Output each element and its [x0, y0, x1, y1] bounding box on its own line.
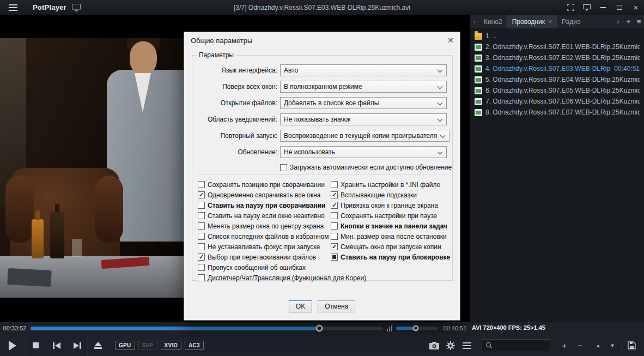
checkbox-row[interactable]: Ставить на паузу если окно неактивно	[198, 210, 331, 221]
codec-badge-gpu[interactable]: GPU	[115, 341, 135, 350]
field-dropdown[interactable]: Воспроизведение в текущей копии проигрыв…	[280, 130, 449, 142]
auto-update-checkbox-row[interactable]: Загружать автоматически если доступно об…	[280, 164, 452, 171]
checkbox[interactable]	[331, 233, 338, 240]
checkbox-row[interactable]: Кнопки в значке на панели задач	[331, 221, 450, 231]
fullscreen-button[interactable]	[562, 0, 579, 15]
checkbox-row[interactable]: Список последних файлов в избранном	[198, 231, 331, 242]
play-button[interactable]	[0, 334, 26, 356]
screenshot-button[interactable]	[426, 337, 442, 354]
main-menu-button[interactable]	[0, 0, 26, 15]
checkbox[interactable]	[331, 254, 338, 261]
playlist-item[interactable]: 7. Odnazhdy.v.Rossii.S07.E06.WEB-DLRip.2…	[470, 96, 644, 107]
playlist-item[interactable]: 6. Odnazhdy.v.Rossii.S07.E05.WEB-DLRip.2…	[470, 85, 644, 96]
playlist-item[interactable]: 4. Odnazhdy.v.Rossii.S07.E03.WEB-DLRip.2…	[470, 63, 644, 74]
eject-button[interactable]	[88, 334, 108, 356]
playlist-item[interactable]: 5. Odnazhdy.v.Rossii.S07.E04.WEB-DLRip.2…	[470, 74, 644, 85]
playlist-item[interactable]: 8. Odnazhdy.v.Rossii.S07.E07.WEB-DLRip.2…	[470, 107, 644, 118]
checkbox-auto-update[interactable]	[280, 164, 287, 171]
checkbox[interactable]	[331, 212, 338, 219]
checkbox-row[interactable]: ✓Выбор при перетаскивании файлов	[198, 252, 331, 262]
checkbox-row[interactable]: Не устанавливать фокус при запуске	[198, 242, 331, 252]
checkbox-row[interactable]: ✓Всплывающие подсказки	[331, 190, 450, 200]
checkbox[interactable]: ✓	[331, 243, 338, 250]
checkbox[interactable]: ✓	[198, 254, 205, 261]
dialog-titlebar[interactable]: Общие параметры ×	[184, 32, 460, 49]
add-tab-button[interactable]: +	[623, 17, 634, 26]
playlist-search[interactable]	[482, 339, 550, 352]
playlist-tab[interactable]: Радио	[557, 15, 586, 28]
checkbox[interactable]: ✓	[331, 202, 338, 209]
playlist-remove-button[interactable]: −	[572, 337, 587, 354]
volume-handle[interactable]	[413, 325, 419, 331]
field-dropdown[interactable]: Добавлять в список все файлы	[280, 97, 447, 109]
checkbox-row[interactable]: Ставить на паузу при блокировке	[331, 252, 450, 262]
playlist-add-button[interactable]: +	[557, 337, 572, 354]
dropdown-value: Авто	[284, 67, 298, 74]
checkbox-row[interactable]: Мин. размер окна после остановки	[331, 231, 450, 242]
checkbox[interactable]	[198, 264, 205, 271]
cancel-button[interactable]: Отмена	[318, 300, 355, 312]
checkbox[interactable]	[198, 274, 205, 281]
codec-badge-svp[interactable]: SVP	[138, 341, 157, 350]
seek-bar[interactable]	[31, 327, 382, 330]
search-input[interactable]	[495, 342, 546, 349]
checkbox-row[interactable]: Менять размер окна по центру экрана	[198, 221, 331, 231]
checkbox[interactable]	[198, 212, 205, 219]
move-down-button[interactable]: ▼	[605, 337, 619, 354]
field-dropdown[interactable]: Не использовать	[280, 146, 447, 158]
codec-badge-xvid[interactable]: XVID	[161, 341, 182, 350]
tab-menu-button[interactable]: ≡	[634, 17, 644, 26]
checkbox-column-left: Сохранять позицию при сворачивании✓Однов…	[198, 179, 331, 283]
checkbox-row[interactable]: Хранить настройки в *.INI файле	[331, 179, 450, 190]
checkbox[interactable]	[331, 222, 338, 230]
field-dropdown[interactable]: Авто	[280, 64, 447, 76]
maximize-button[interactable]	[611, 0, 628, 15]
codec-badge-ac3[interactable]: AC3	[185, 341, 204, 350]
checkbox-row[interactable]: Сохранять настройки при паузе	[331, 210, 450, 221]
ok-button[interactable]: OK	[289, 300, 312, 312]
next-button[interactable]	[67, 334, 88, 356]
minimize-button[interactable]	[595, 0, 611, 15]
checkbox-row[interactable]: Пропуск сообщений об ошибках	[198, 262, 331, 273]
previous-button[interactable]	[46, 334, 67, 356]
playlist-toggle-button[interactable]	[459, 337, 475, 354]
playlist-tab[interactable]: Проводник×	[507, 15, 557, 28]
screen-mode-button[interactable]	[72, 4, 81, 11]
stop-button[interactable]	[26, 334, 46, 356]
volume-icon[interactable]	[387, 325, 392, 331]
checkbox-label: Ставить на паузу при сворачивании	[208, 202, 325, 209]
tabs-scroll-left-button[interactable]: ‹	[470, 17, 479, 26]
field-dropdown[interactable]: Не показывать значок	[280, 113, 447, 125]
checkbox-row[interactable]: Ставить на паузу при сворачивании	[198, 200, 331, 210]
seek-handle[interactable]	[315, 325, 323, 332]
move-up-button[interactable]: ▲	[591, 337, 605, 354]
volume-slider[interactable]	[396, 327, 438, 330]
checkbox[interactable]	[198, 181, 205, 188]
checkbox[interactable]	[198, 243, 205, 250]
checkbox[interactable]	[198, 202, 205, 209]
save-playlist-button[interactable]	[623, 337, 640, 354]
dialog-close-button[interactable]: ×	[441, 32, 460, 49]
checkbox-row[interactable]: ✓Одновременно сворачивать все окна	[198, 190, 331, 200]
checkbox[interactable]: ✓	[198, 191, 205, 198]
checkbox[interactable]	[331, 181, 338, 188]
codec-badges: GPUSVPXVIDAC3	[115, 341, 204, 350]
playlist-tab[interactable]: Кино2	[479, 15, 507, 28]
checkbox[interactable]	[198, 233, 205, 240]
close-button[interactable]: ×	[628, 0, 644, 15]
field-dropdown[interactable]: В полноэкранном режиме	[280, 81, 447, 93]
checkbox[interactable]	[198, 222, 205, 230]
checkbox[interactable]: ✓	[331, 191, 338, 198]
tab-close-icon[interactable]: ×	[548, 18, 552, 26]
checkbox-row[interactable]: ✓Привязка окон к границе экрана	[331, 200, 450, 210]
separator	[198, 174, 447, 175]
playlist-item[interactable]: 2. Odnazhdy.v.Rossii.S07.E01.WEB-DLRip.2…	[470, 41, 644, 52]
checkbox-row[interactable]: Сохранять позицию при сворачивании	[198, 179, 331, 190]
checkbox-row[interactable]: ✓Смещать окно при запуске копии	[331, 242, 450, 252]
playlist-item[interactable]: 1. ..	[470, 31, 644, 41]
tabs-scroll-right-button[interactable]: ›	[613, 17, 623, 26]
checkbox-row[interactable]: Диспетчер/Чат/Трансляция (Функционал для…	[198, 273, 331, 283]
playlist-item[interactable]: 3. Odnazhdy.v.Rossii.S07.E02.WEB-DLRip.2…	[470, 52, 644, 63]
pin-screen-button[interactable]	[579, 0, 595, 15]
settings-button[interactable]	[442, 337, 459, 354]
